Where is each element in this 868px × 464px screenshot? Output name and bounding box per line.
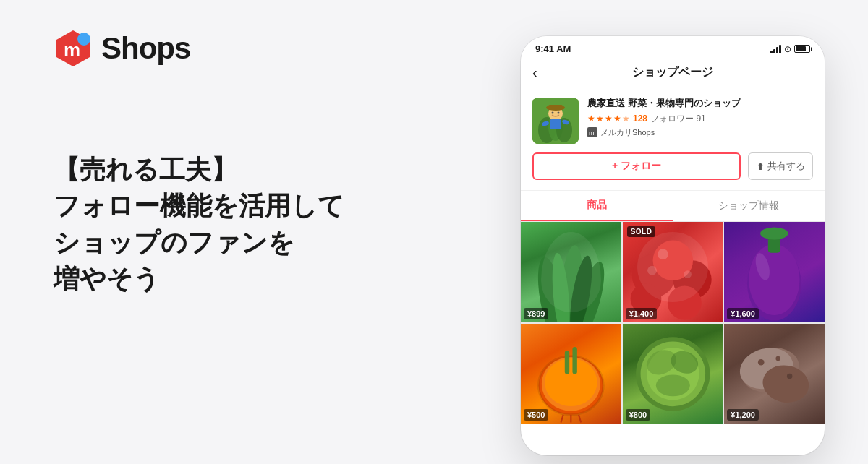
main-copy: 【売れる工夫】 フォロー機能を活用して ショップのファンを 増やそう	[54, 152, 344, 298]
tab-shop-info[interactable]: ショップ情報	[673, 191, 825, 221]
svg-point-28	[647, 266, 657, 275]
copy-line2: フォロー機能を活用して	[54, 188, 344, 224]
copy-line3: ショップのファンを	[54, 225, 344, 261]
shop-avatar-image	[532, 98, 579, 144]
svg-point-31	[749, 244, 799, 315]
phone-mockup: 9:41 AM ⊙ ‹ ショップページ	[521, 36, 825, 455]
svg-rect-10	[550, 119, 561, 129]
product-item-5[interactable]: ¥800	[623, 324, 723, 424]
svg-rect-43	[572, 347, 576, 374]
product-item-2[interactable]: SOLD ¥1,400	[623, 222, 723, 322]
share-label: 共有する	[767, 160, 805, 173]
copy-line1: 【売れる工夫】	[54, 152, 344, 188]
status-time: 9:41 AM	[535, 43, 571, 54]
svg-point-24	[652, 241, 692, 280]
svg-point-37	[545, 358, 597, 406]
svg-rect-9	[548, 105, 563, 110]
svg-point-13	[552, 112, 554, 114]
share-button[interactable]: ⬆ 共有する	[748, 152, 813, 180]
back-button[interactable]: ‹	[532, 64, 554, 81]
svg-point-53	[758, 359, 765, 366]
follow-button[interactable]: + フォロー	[532, 152, 741, 180]
nav-bar: ‹ ショップページ	[521, 59, 825, 87]
share-icon: ⬆	[757, 161, 765, 172]
shop-badge: m メルカリShops	[587, 127, 813, 138]
product-image-3	[724, 222, 825, 322]
shop-name: 農家直送 野菜・果物専門のショップ	[587, 98, 813, 110]
shop-badge-text: メルカリShops	[600, 127, 655, 138]
svg-point-54	[776, 356, 780, 360]
svg-point-14	[558, 112, 560, 114]
star-2: ★	[596, 113, 604, 124]
shop-details: 農家直送 野菜・果物専門のショップ ★ ★ ★ ★ ★ 128 フォロワー 91	[587, 98, 813, 138]
star-1: ★	[587, 113, 595, 124]
svg-text:m: m	[589, 129, 595, 137]
stars: ★ ★ ★ ★ ★	[587, 113, 630, 124]
svg-line-41	[579, 415, 581, 423]
product-item-6[interactable]: ¥1,200	[724, 324, 825, 424]
product-price-3: ¥1,600	[727, 308, 759, 319]
product-image-1	[521, 222, 621, 322]
logo-text: Shops	[101, 31, 190, 66]
svg-point-27	[658, 249, 668, 259]
star-half: ★	[622, 113, 630, 124]
wifi-icon: ⊙	[784, 44, 791, 54]
product-price-1: ¥899	[524, 308, 548, 319]
svg-point-23	[673, 260, 711, 298]
signal-icon	[770, 45, 781, 53]
action-buttons: + フォロー ⬆ 共有する	[532, 152, 813, 180]
followers-label: フォロワー 91	[650, 113, 706, 125]
svg-point-2	[77, 33, 90, 46]
mercari-logo: m	[54, 29, 93, 68]
product-item-4[interactable]: ¥500	[521, 324, 621, 424]
header: m Shops	[54, 29, 190, 68]
shop-avatar	[532, 98, 579, 144]
shop-info: 農家直送 野菜・果物専門のショップ ★ ★ ★ ★ ★ 128 フォロワー 91	[532, 98, 813, 144]
tab-products[interactable]: 商品	[521, 191, 673, 221]
product-price-6: ¥1,200	[727, 409, 759, 421]
shop-header: 農家直送 野菜・果物専門のショップ ★ ★ ★ ★ ★ 128 フォロワー 91	[521, 87, 825, 191]
copy-line4: 増やそう	[54, 261, 344, 297]
phone-frame: 9:41 AM ⊙ ‹ ショップページ	[521, 36, 825, 455]
product-item-3[interactable]: ¥1,600	[724, 222, 825, 322]
shop-rating: ★ ★ ★ ★ ★ 128 フォロワー 91	[587, 113, 813, 125]
mercari-shops-badge-icon: m	[587, 127, 597, 137]
product-price-4: ¥500	[524, 409, 548, 421]
svg-line-39	[561, 415, 563, 423]
svg-point-33	[760, 227, 788, 239]
battery-icon	[794, 45, 810, 53]
svg-point-55	[787, 373, 792, 378]
tabs: 商品 ショップ情報	[521, 191, 825, 222]
status-bar: 9:41 AM ⊙	[521, 36, 825, 59]
svg-point-26	[668, 286, 702, 320]
svg-text:m: m	[64, 39, 80, 61]
rating-count: 128	[633, 113, 647, 124]
svg-point-29	[684, 270, 692, 278]
svg-rect-42	[565, 351, 569, 374]
product-price-5: ¥800	[626, 409, 650, 421]
product-grid: ¥899 SOLD	[521, 222, 825, 424]
status-icons: ⊙	[770, 44, 810, 54]
product-item-1[interactable]: ¥899	[521, 222, 621, 322]
sold-badge-2: SOLD	[627, 226, 656, 237]
nav-title: ショップページ	[554, 65, 791, 80]
star-4: ★	[613, 113, 621, 124]
product-price-2: ¥1,400	[626, 308, 658, 319]
svg-point-49	[656, 374, 690, 396]
star-3: ★	[605, 113, 613, 124]
